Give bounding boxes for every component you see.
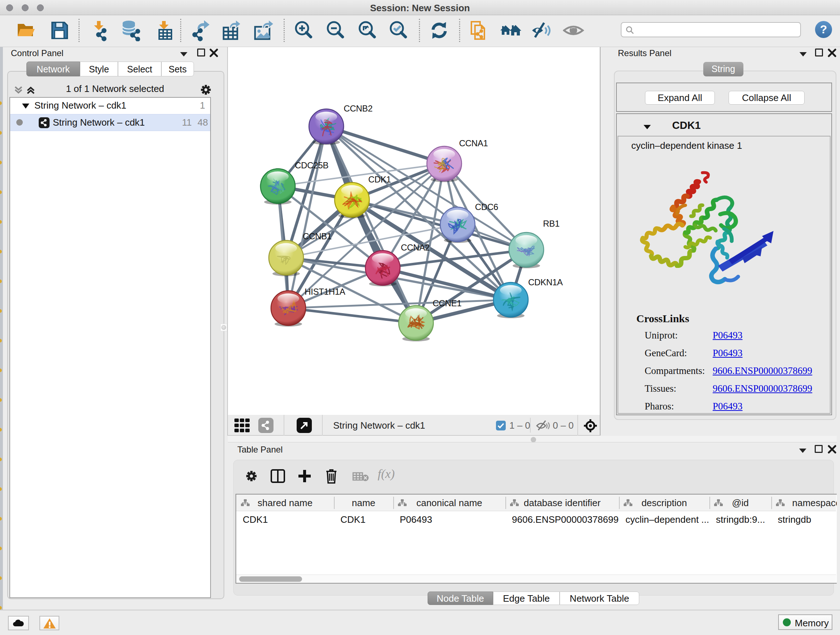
svg-text:CCNE1: CCNE1 bbox=[433, 298, 462, 308]
svg-text:CDC25B: CDC25B bbox=[295, 160, 328, 170]
svg-text:CCNA1: CCNA1 bbox=[459, 138, 488, 148]
svg-text:CCNA2: CCNA2 bbox=[401, 242, 430, 252]
svg-text:CCNB2: CCNB2 bbox=[344, 103, 373, 113]
svg-text:CCNB1: CCNB1 bbox=[303, 231, 332, 241]
svg-text:HIST1H1A: HIST1H1A bbox=[305, 287, 346, 296]
svg-text:CDKN1A: CDKN1A bbox=[528, 277, 563, 287]
svg-text:RB1: RB1 bbox=[543, 219, 560, 228]
svg-text:CDK1: CDK1 bbox=[368, 174, 391, 184]
svg-text:CDC6: CDC6 bbox=[475, 202, 498, 212]
